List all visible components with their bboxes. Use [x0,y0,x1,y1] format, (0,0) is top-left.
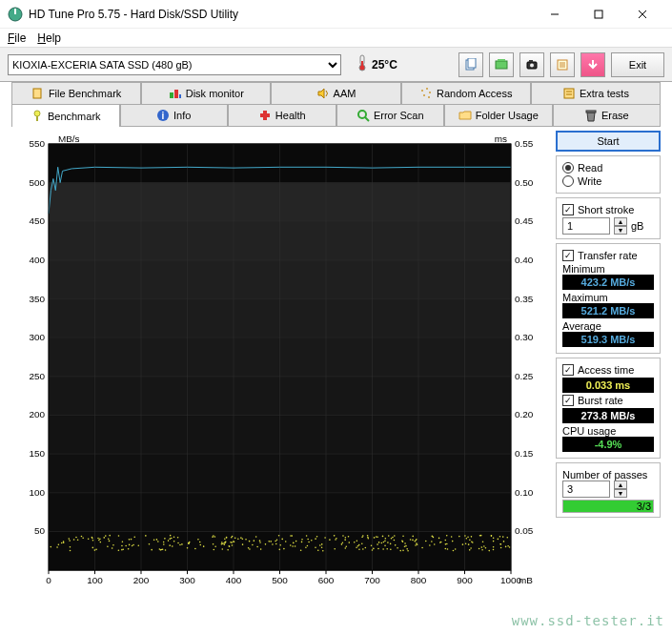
svg-point-235 [249,548,251,550]
svg-point-368 [259,540,261,542]
options-button[interactable] [550,52,575,77]
cpu-usage-value: -4.9% [562,437,654,452]
short-stroke-spinner[interactable]: ▲▼ [614,217,627,235]
svg-point-166 [392,537,394,539]
device-select[interactable]: KIOXIA-EXCERIA SATA SSD (480 gB) [8,54,341,75]
tab-health[interactable]: Health [228,104,336,127]
tab-erase[interactable]: Erase [553,104,662,127]
svg-point-154 [70,546,71,548]
svg-point-349 [149,543,151,545]
folder-usage-icon [458,109,472,122]
svg-text:i: i [162,111,165,121]
svg-text:200: 200 [133,575,150,585]
check-transfer-rate[interactable]: Transfer rate [562,250,654,261]
svg-point-359 [194,548,196,550]
svg-point-302 [188,542,190,544]
svg-point-186 [245,539,247,541]
close-button[interactable] [621,0,664,29]
average-value: 519.3 MB/s [562,332,654,347]
tab-random-access[interactable]: Random Access [401,82,531,105]
svg-point-148 [452,541,454,542]
watermark: www.ssd-tester.it [512,613,664,628]
svg-point-182 [451,536,453,538]
maximize-button[interactable] [577,0,621,29]
radio-read[interactable]: Read [562,162,654,174]
svg-point-226 [68,538,70,540]
svg-point-14 [530,63,534,67]
copy-screenshot-button[interactable] [489,52,514,77]
svg-point-333 [458,536,460,538]
svg-point-375 [122,541,124,542]
svg-point-263 [425,541,427,542]
tab-info[interactable]: iInfo [120,104,229,127]
svg-point-150 [467,536,469,538]
svg-point-194 [107,545,109,547]
svg-text:100: 100 [87,575,103,585]
svg-point-157 [385,538,387,540]
svg-point-122 [410,539,412,541]
svg-point-388 [56,546,58,548]
tab-aam[interactable]: AAM [271,82,400,105]
exit-button[interactable]: Exit [611,52,664,77]
svg-rect-21 [170,92,173,98]
svg-point-304 [394,535,396,537]
svg-point-374 [373,548,375,550]
minimum-value: 423.2 MB/s [562,275,654,290]
svg-point-419 [382,536,384,538]
menu-help[interactable]: Help [37,31,61,45]
svg-point-361 [301,542,303,543]
svg-point-315 [88,538,90,540]
tab-extra-tests[interactable]: Extra tests [531,82,661,105]
minimize-button[interactable] [533,0,577,29]
svg-point-262 [197,539,199,541]
passes-progress-text: 3/3 [637,501,651,512]
extra-tests-icon [562,87,576,100]
tab-folder-usage[interactable]: Folder Usage [444,104,553,127]
svg-point-398 [367,535,369,537]
svg-point-285 [415,544,417,546]
svg-point-237 [315,538,316,540]
svg-point-189 [329,539,331,541]
svg-point-217 [499,536,501,538]
copy-info-button[interactable] [458,52,483,77]
svg-point-283 [109,541,111,542]
menubar: File Help [0,29,672,48]
save-screenshot-button[interactable] [519,52,544,77]
svg-point-247 [481,549,483,551]
svg-point-399 [92,537,93,539]
short-stroke-input[interactable] [562,217,610,235]
svg-point-341 [498,539,499,541]
file-benchmark-icon [31,87,45,100]
passes-spinner[interactable]: ▲▼ [614,481,627,498]
tab-disk-monitor[interactable]: Disk monitor [141,82,271,105]
passes-label: Number of passes [562,469,654,481]
svg-point-343 [129,539,131,541]
svg-point-256 [311,540,313,542]
tab-benchmark[interactable]: Benchmark [11,104,120,127]
svg-point-191 [397,547,398,549]
info-icon: i [156,109,170,122]
svg-point-179 [335,539,336,541]
svg-point-238 [345,545,347,547]
svg-point-200 [404,545,406,547]
svg-point-329 [348,536,350,538]
svg-text:0.20: 0.20 [515,410,534,420]
check-short-stroke[interactable]: Short stroke [562,204,654,215]
save-button[interactable] [580,52,605,77]
menu-file[interactable]: File [8,31,26,45]
svg-point-407 [382,548,384,550]
svg-text:0.50: 0.50 [515,177,534,188]
radio-write[interactable]: Write [562,175,654,187]
check-burst-rate[interactable]: Burst rate [562,395,654,406]
check-access-time[interactable]: Access time [562,364,654,376]
svg-point-274 [248,547,250,549]
svg-point-255 [479,535,481,537]
tab-error-scan[interactable]: Error Scan [336,104,445,127]
passes-input[interactable] [562,481,610,498]
svg-point-402 [507,537,509,539]
svg-point-292 [412,536,414,538]
start-button[interactable]: Start [556,131,661,152]
tab-file-benchmark[interactable]: File Benchmark [11,82,141,105]
svg-point-159 [177,537,179,539]
svg-point-129 [404,542,406,544]
